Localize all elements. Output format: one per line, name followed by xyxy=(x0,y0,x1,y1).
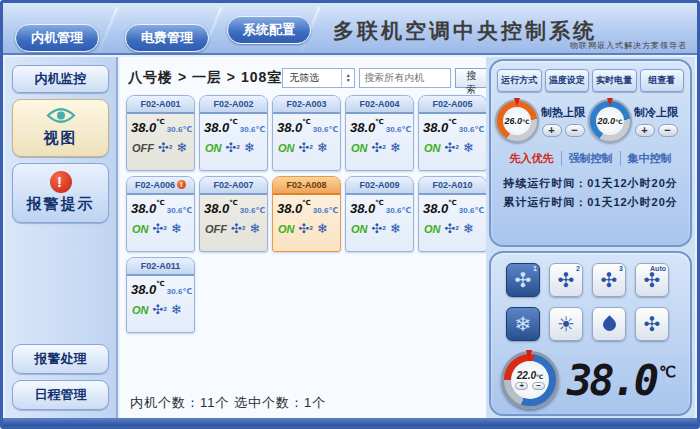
unit-card[interactable]: F02-A00138.0℃30.6℃OFF✣2❄ xyxy=(126,95,195,171)
dry-mode-button[interactable] xyxy=(592,307,626,341)
central-control-button[interactable]: 集中控制 xyxy=(620,151,679,166)
search-button[interactable]: 搜索 xyxy=(455,68,487,88)
unit-name: F02-A004 xyxy=(359,99,399,109)
tab-system-config[interactable]: 系统配置 xyxy=(227,16,311,44)
fan-mode-button[interactable]: ✣ xyxy=(635,307,669,341)
group-view-button[interactable]: 组查看 xyxy=(640,69,685,92)
unit-temps: 38.0℃30.6℃ xyxy=(204,199,264,217)
priority-first-in-button[interactable]: 先入优先 xyxy=(503,151,561,166)
tab-divider xyxy=(98,7,119,51)
unit-temps: 38.0℃30.6℃ xyxy=(350,118,410,136)
fan-speed-3-button[interactable]: ✣3 xyxy=(592,263,626,297)
unit-status-row: ON✣2❄ xyxy=(423,141,483,154)
fan-icon: ✣2 xyxy=(445,141,459,154)
fan-speed-auto-button[interactable]: ✣Auto xyxy=(635,263,669,297)
fan-icon: ✣ xyxy=(515,270,532,290)
unit-card[interactable]: F02-A00238.0℃30.6℃ON✣2❄ xyxy=(199,95,268,171)
unit-temps: 38.0℃30.6℃ xyxy=(423,118,483,136)
unit-card-header: F02-A002 xyxy=(200,96,267,114)
cool-limit-plus-button[interactable]: + xyxy=(635,124,655,137)
sidebar-item-alarm-handle[interactable]: 报警处理 xyxy=(12,344,109,374)
run-mode-button[interactable]: 运行方式 xyxy=(497,69,542,92)
unit-card-body: 38.0℃30.6℃ON✣2❄ xyxy=(346,195,413,235)
sidebar-section-indoor-monitor[interactable]: 内机监控 xyxy=(12,65,109,93)
sidebar-item-view-label: 视图 xyxy=(44,129,78,146)
unit-set-temp: 30.6℃ xyxy=(386,125,411,134)
unit-card[interactable]: F02-A006!38.0℃30.6℃ON✣2❄ xyxy=(126,176,195,252)
unit-name: F02-A002 xyxy=(213,99,253,109)
temp-unit: ℃ xyxy=(229,199,237,206)
temp-unit: ℃ xyxy=(156,280,164,287)
snowflake-icon: ❄ xyxy=(244,141,255,154)
right-column: 运行方式 温度设定 实时电量 组查看 26.0℃ 制热上限 + − xyxy=(486,57,695,418)
unit-name: F02-A010 xyxy=(432,180,472,190)
unit-card-header: F02-A010 xyxy=(419,177,486,195)
temp-unit: ℃ xyxy=(156,199,164,206)
unit-room-temp: 38.0℃ xyxy=(277,120,311,135)
eye-icon xyxy=(13,107,108,127)
unit-card[interactable]: F02-A00838.0℃30.6℃ON✣2❄ xyxy=(272,176,341,252)
filter-select[interactable]: 无筛选 ▲▼ xyxy=(282,68,355,88)
cool-mode-button[interactable]: ❄ xyxy=(506,307,540,341)
unit-power-state: ON xyxy=(351,223,368,235)
unit-card[interactable]: F02-A00338.0℃30.6℃ON✣2❄ xyxy=(272,95,341,171)
drop-icon xyxy=(600,315,618,333)
force-control-button[interactable]: 强制控制 xyxy=(561,151,620,166)
heat-mode-button[interactable]: ☀ xyxy=(549,307,583,341)
tab-indoor-unit-management[interactable]: 内机管理 xyxy=(15,24,99,52)
set-temp-plus-button[interactable]: + xyxy=(515,382,528,390)
unit-room-temp: 38.0℃ xyxy=(277,201,311,216)
search-input[interactable] xyxy=(359,68,451,88)
fan-speed-2-button[interactable]: ✣2 xyxy=(549,263,583,297)
snowflake-icon: ❄ xyxy=(171,303,182,316)
unit-set-temp: 30.6℃ xyxy=(240,125,265,134)
fan-level-label: 2 xyxy=(309,144,312,150)
spinner-icon[interactable]: ▲▼ xyxy=(341,69,354,87)
fan-icon: ✣2 xyxy=(231,222,245,235)
unit-set-temp: 30.6℃ xyxy=(167,125,192,134)
sidebar-item-view[interactable]: 视图 xyxy=(12,99,109,157)
unit-card-body: 38.0℃30.6℃ON✣2❄ xyxy=(127,276,194,316)
snowflake-icon: ❄ xyxy=(176,141,187,154)
cool-limit-minus-button[interactable]: − xyxy=(658,124,678,137)
unit-card-body: 38.0℃30.6℃ON✣2❄ xyxy=(419,114,486,154)
unit-set-temp: 30.6℃ xyxy=(459,206,484,215)
main-area: 八号楼 > 一层 > 108室 无筛选 ▲▼ 搜索 F02-A00138.0℃3… xyxy=(120,57,491,418)
mode-panel: ✣1✣2✣3✣Auto ❄☀✣ 22.0℃ + − 38.0℃ xyxy=(489,251,692,416)
unit-grid: F02-A00138.0℃30.6℃OFF✣2❄F02-A00238.0℃30.… xyxy=(120,91,491,333)
unit-power-state: ON xyxy=(351,142,368,154)
unit-card[interactable]: F02-A00538.0℃30.6℃ON✣2❄ xyxy=(418,95,487,171)
unit-card-header: F02-A009 xyxy=(346,177,413,195)
unit-status-row: OFF✣2❄ xyxy=(131,141,191,154)
unit-card[interactable]: F02-A00938.0℃30.6℃ON✣2❄ xyxy=(345,176,414,252)
unit-room-temp: 38.0℃ xyxy=(204,201,238,216)
heat-limit-minus-button[interactable]: − xyxy=(565,124,585,137)
fan-level-label: 2 xyxy=(163,225,166,231)
temp-setting-button[interactable]: 温度设定 xyxy=(545,69,590,92)
snowflake-icon: ❄ xyxy=(463,222,474,235)
gauge-needle-icon xyxy=(514,98,520,106)
temp-unit: ℃ xyxy=(156,118,164,125)
unit-card[interactable]: F02-A00738.0℃30.6℃OFF✣2❄ xyxy=(199,176,268,252)
unit-card[interactable]: F02-A01038.0℃30.6℃ON✣2❄ xyxy=(418,176,487,252)
sidebar-item-alarm-tip[interactable]: ! 报警提示 xyxy=(12,163,109,223)
unit-card[interactable]: F02-A00438.0℃30.6℃ON✣2❄ xyxy=(345,95,414,171)
heat-limit-plus-button[interactable]: + xyxy=(542,124,562,137)
unit-card[interactable]: F02-A01138.0℃30.6℃ON✣2❄ xyxy=(126,257,195,333)
temp-unit: ℃ xyxy=(448,118,456,125)
unit-temps: 38.0℃30.6℃ xyxy=(131,199,191,217)
runtime-total: 累计运行时间：01天12小时20分 xyxy=(491,193,690,212)
sidebar-item-schedule[interactable]: 日程管理 xyxy=(12,380,109,410)
tab-electricity-fee-management[interactable]: 电费管理 xyxy=(125,24,209,52)
unit-temps: 38.0℃30.6℃ xyxy=(131,118,191,136)
alert-icon: ! xyxy=(13,171,108,193)
unit-room-temp: 38.0℃ xyxy=(131,201,165,216)
fan-speed-1-button[interactable]: ✣1 xyxy=(506,263,540,297)
realtime-power-button[interactable]: 实时电量 xyxy=(592,69,637,92)
fan-icon: ✣2 xyxy=(372,141,386,154)
fan-icon: ✣2 xyxy=(299,141,313,154)
unit-count-status: 内机个数：11个 选中个数：1个 xyxy=(130,394,326,412)
set-temp-minus-button[interactable]: − xyxy=(532,382,545,390)
fan-icon: ✣2 xyxy=(299,222,313,235)
snowflake-icon: ❄ xyxy=(515,314,532,334)
